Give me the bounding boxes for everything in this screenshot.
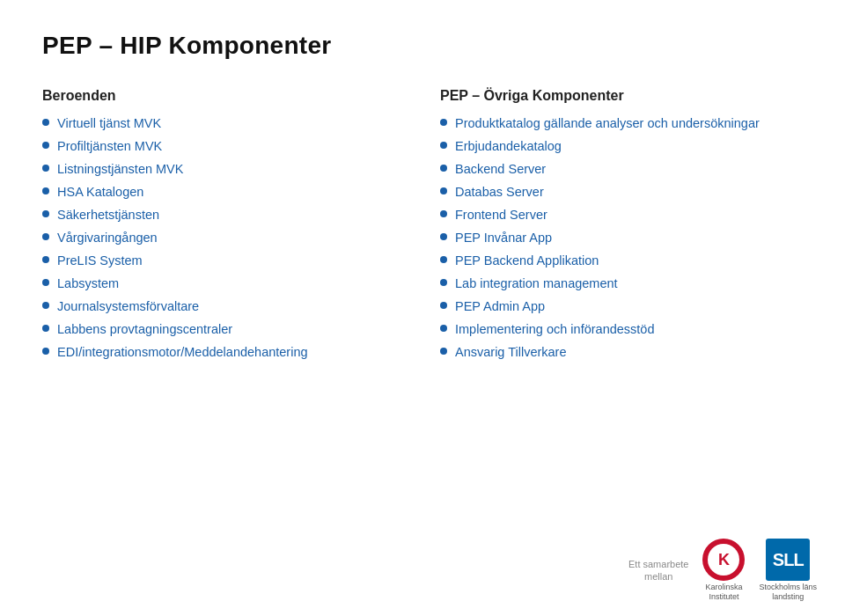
bullet-dot-icon (440, 119, 447, 126)
karolinska-logo: K KarolinskaInstitutet (702, 539, 745, 602)
list-item: Vårgivaringången (42, 229, 405, 247)
list-item: PreLIS System (42, 252, 405, 270)
list-item: Backend Server (440, 160, 803, 179)
bullet-dot-icon (42, 233, 49, 240)
sll-logo: SLL Stockholms länslandsting (759, 539, 817, 602)
bullet-dot-icon (440, 325, 447, 332)
list-item: Journalsystemsförvaltare (42, 297, 405, 316)
list-item: EDI/integrationsmotor/Meddelandehanterin… (42, 343, 405, 362)
list-item: PEP Admin App (440, 297, 803, 316)
bullet-dot-icon (42, 142, 49, 149)
bullet-dot-icon (42, 187, 49, 194)
bullet-dot-icon (440, 210, 447, 217)
bullet-dot-icon (42, 165, 49, 172)
bullet-dot-icon (42, 348, 49, 355)
list-item: PEP Invånar App (440, 229, 803, 247)
karolinska-circle: K (702, 539, 745, 581)
bullet-dot-icon (440, 233, 447, 240)
list-item: Labsystem (42, 275, 405, 293)
list-item: Databas Server (440, 183, 803, 202)
bullet-dot-icon (42, 302, 49, 309)
karolinska-circle-inner: K (708, 544, 739, 576)
bullet-dot-icon (440, 302, 447, 309)
list-item: Virtuell tjänst MVK (42, 114, 405, 133)
bullet-dot-icon (440, 256, 447, 263)
footer: Ett samarbetemellan K KarolinskaInstitut… (628, 539, 817, 602)
footer-collab-text: Ett samarbetemellan (628, 558, 688, 583)
bullet-dot-icon (440, 187, 447, 194)
karolinska-letter: K (718, 551, 730, 569)
list-item: Erbjudandekatalog (440, 137, 803, 156)
bullet-dot-icon (42, 325, 49, 332)
bullet-dot-icon (440, 165, 447, 172)
right-column-heading: PEP – Övriga Komponenter (440, 88, 803, 104)
karolinska-label: KarolinskaInstitutet (705, 583, 742, 602)
list-item: Profiltjänsten MVK (42, 137, 405, 156)
left-column-list: Virtuell tjänst MVKProfiltjänsten MVKLis… (42, 114, 405, 362)
page-title: PEP – HIP Komponenter (42, 32, 803, 60)
list-item: PEP Backend Applikation (440, 252, 803, 270)
list-item: Implementering och införandesstöd (440, 320, 803, 339)
list-item: Säkerhetstjänsten (42, 206, 405, 224)
bullet-dot-icon (42, 256, 49, 263)
list-item: Ansvarig Tillverkare (440, 343, 803, 362)
list-item: Produktkatalog gällande analyser och und… (440, 114, 803, 133)
list-item: Labbens provtagningscentraler (42, 320, 405, 339)
sll-letters: SLL (773, 550, 804, 570)
right-column-list: Produktkatalog gällande analyser och und… (440, 114, 803, 362)
list-item: HSA Katalogen (42, 183, 405, 202)
bullet-dot-icon (440, 279, 447, 286)
list-item: Frontend Server (440, 206, 803, 224)
right-column: PEP – Övriga Komponenter Produktkatalog … (440, 88, 803, 366)
main-content: PEP – HIP Komponenter Beroenden Virtuell… (0, 0, 845, 384)
list-item: Listningstjänsten MVK (42, 160, 405, 179)
left-column: Beroenden Virtuell tjänst MVKProfiltjäns… (42, 88, 405, 366)
left-column-heading: Beroenden (42, 88, 405, 104)
bullet-dot-icon (440, 348, 447, 355)
list-item: Lab integration management (440, 275, 803, 293)
bullet-dot-icon (42, 279, 49, 286)
columns-container: Beroenden Virtuell tjänst MVKProfiltjäns… (42, 88, 803, 366)
bullet-dot-icon (440, 142, 447, 149)
sll-box: SLL (766, 539, 810, 581)
sll-label: Stockholms länslandsting (759, 583, 817, 602)
bullet-dot-icon (42, 119, 49, 126)
bullet-dot-icon (42, 210, 49, 217)
